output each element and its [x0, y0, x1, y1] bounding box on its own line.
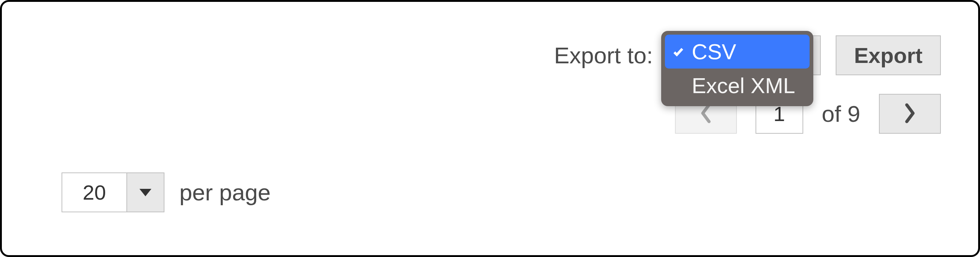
page-size-select[interactable]: 20: [62, 173, 164, 212]
toolbar-container: 20 per page Export to: CSV: [0, 0, 980, 257]
total-pages-label: of 9: [822, 101, 860, 127]
page-size-dropdown-button[interactable]: [127, 173, 164, 212]
export-option-csv[interactable]: CSV: [665, 35, 810, 68]
export-option-label: Excel XML: [692, 73, 795, 98]
right-section: Export to: CSV Excel XML: [554, 35, 941, 134]
checkmark-icon: [671, 46, 685, 58]
page-size-section: 20 per page: [62, 173, 271, 212]
per-page-label: per page: [179, 179, 271, 206]
next-page-button[interactable]: [879, 94, 941, 134]
chevron-right-icon: [902, 103, 917, 125]
caret-down-icon: [140, 189, 151, 196]
export-row: Export to: CSV Excel XML: [554, 35, 941, 75]
export-dropdown-menu: CSV Excel XML: [661, 31, 813, 106]
export-button-label: Export: [854, 43, 923, 68]
export-option-excel-xml[interactable]: Excel XML: [665, 68, 810, 102]
export-option-label: CSV: [692, 39, 736, 64]
export-to-label: Export to:: [554, 42, 653, 68]
export-button[interactable]: Export: [836, 35, 941, 75]
page-size-value: 20: [62, 173, 127, 212]
export-select[interactable]: CSV Excel XML: [668, 35, 821, 75]
